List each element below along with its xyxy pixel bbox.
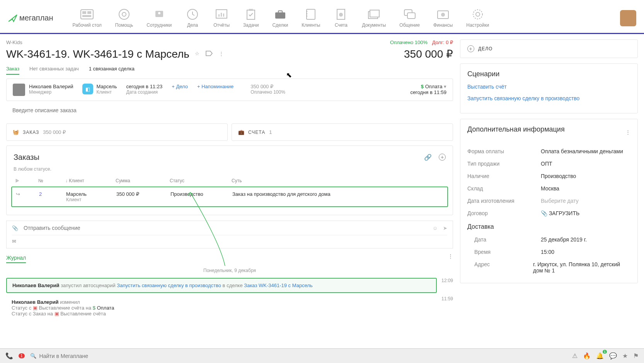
nav-reports[interactable]: Отчёты <box>213 9 230 28</box>
nav-items: Рабочий стол Помощь Сотрудники Дела Отчё… <box>73 9 620 28</box>
more-icon[interactable]: ⋮ <box>219 51 224 57</box>
info-row: Форма оплатыОплата безналичными деньгами <box>467 145 630 158</box>
tab-order[interactable]: Заказ <box>6 66 19 75</box>
journal-link-deal[interactable]: Заказ WK-3461-19 с Марсель <box>244 283 313 288</box>
side-scenarios: Сценарии Выставить счёт Запустить связан… <box>460 63 638 113</box>
svg-rect-16 <box>278 11 282 13</box>
mouse-cursor: ⬉ <box>286 71 292 79</box>
logo-text: мегаплан <box>19 14 53 22</box>
svg-rect-10 <box>218 14 220 17</box>
message-input[interactable] <box>24 225 427 231</box>
col-num[interactable]: № <box>38 178 43 183</box>
link-icon[interactable]: 🔗 <box>424 154 432 161</box>
nav-employees[interactable]: Сотрудники <box>147 9 172 28</box>
nav-desktop[interactable]: Рабочий стол <box>73 9 102 28</box>
nav-trades[interactable]: Сделки <box>272 9 288 28</box>
svg-rect-15 <box>275 12 285 19</box>
svg-rect-17 <box>307 9 315 19</box>
col-desc[interactable]: Суть <box>230 178 446 183</box>
svg-rect-24 <box>370 10 379 17</box>
journal-more-icon[interactable]: ⋮ <box>448 253 453 259</box>
info-more-icon[interactable]: ⋮ <box>625 129 630 135</box>
svg-rect-11 <box>221 13 222 17</box>
mail-icon[interactable]: ✉ <box>12 238 447 244</box>
delivery-heading: Доставка <box>467 223 630 230</box>
col-client[interactable]: Клиент <box>69 178 84 183</box>
orders-table-head: ⫸ № ↓ Клиент Сумма Статус Суть <box>14 176 446 186</box>
status-selector[interactable]: $ Оплата ▾ сегодня в 11:59 <box>410 84 446 95</box>
scenario-link-1[interactable]: Выставить счёт <box>467 84 630 90</box>
tab-no-tasks[interactable]: Нет связанных задач <box>29 66 79 75</box>
row-expand-icon[interactable]: ↪ <box>14 191 37 202</box>
info-row: Время15:00 <box>467 246 630 258</box>
order-row[interactable]: ↪ 2 МарсельКлиент 350 000 ₽ Производство… <box>11 187 448 207</box>
filter-text[interactable]: В любом статусе. <box>14 166 446 172</box>
add-deal-link[interactable]: + Дело <box>172 84 188 89</box>
nav-finance[interactable]: Финансы <box>433 9 453 28</box>
nav-docs[interactable]: Документы <box>362 9 386 28</box>
info-title: Дополнительная информация <box>467 125 565 134</box>
journal-date: Понедельник, 9 декабря <box>6 268 453 273</box>
created-block: сегодня в 11:23 Дата создания <box>126 84 163 95</box>
debt-badge: Долг: 0 ₽ <box>432 39 453 45</box>
info-row: Дата изготовленияВыберите дату <box>467 195 630 207</box>
info-row: НаличиеПроизводство <box>467 170 630 182</box>
journal-tab[interactable]: Журнал <box>6 255 26 263</box>
nav-help[interactable]: Помощь <box>115 9 133 28</box>
info-row: Договор📎 ЗАГРУЗИТЬ <box>467 207 630 219</box>
star-icon[interactable]: ☆ <box>195 51 199 57</box>
tile-bills[interactable]: 💼 СЧЕТА 1 <box>232 123 453 141</box>
page-tabs: Заказ Нет связанных задач 1 связанная сд… <box>6 66 453 75</box>
journal-entry: Николаев Валерий запустил автосценарий З… <box>6 278 437 293</box>
description-input[interactable] <box>6 101 453 120</box>
svg-rect-14 <box>249 9 253 11</box>
svg-rect-0 <box>81 10 93 19</box>
page-title: WK-3461-19. WK-3461-19 с Марсель <box>6 48 189 60</box>
svg-rect-18 <box>306 11 307 12</box>
svg-point-30 <box>473 10 482 19</box>
info-row: Тип продажиОПТ <box>467 158 630 170</box>
nav-tasks[interactable]: Задачи <box>243 9 259 28</box>
add-order-icon[interactable]: + <box>439 154 446 161</box>
nav-settings[interactable]: Настройки <box>466 9 489 28</box>
tile-order[interactable]: 🧺 ЗАКАЗ 350 000 ₽ <box>6 123 228 141</box>
scenario-link-2[interactable]: Запустить связанную сделку в производств… <box>467 95 630 101</box>
logo[interactable]: мегаплан <box>8 13 53 23</box>
journal-time-2: 11:59 <box>441 296 453 301</box>
upload-button[interactable]: 📎 ЗАГРУЗИТЬ <box>541 210 579 216</box>
scenarios-title: Сценарии <box>467 70 630 78</box>
client-block[interactable]: ◧ МарсельКлиент <box>82 84 117 95</box>
info-row: Адресг. Иркутск, ул. Полянка 10, детский… <box>467 258 630 277</box>
nav-bills[interactable]: Счета <box>334 9 348 28</box>
top-nav: мегаплан Рабочий стол Помощь Сотрудники … <box>0 0 644 34</box>
nav-clients[interactable]: Клиенты <box>302 9 320 28</box>
tab-deals[interactable]: 1 связанная сделка <box>89 66 135 75</box>
svg-rect-3 <box>82 15 91 17</box>
journal-link-scenario[interactable]: Запустить связанную сделку в производств… <box>117 283 221 288</box>
nav-chat[interactable]: Общение <box>399 9 420 28</box>
tag-icon[interactable] <box>206 51 213 57</box>
svg-rect-2 <box>87 11 91 14</box>
nav-deals[interactable]: Дела <box>185 9 200 28</box>
svg-rect-12 <box>223 14 224 17</box>
orders-section: Заказы 🔗 + В любом статусе. ⫸ № ↓ Клиент… <box>6 146 453 215</box>
client-icon: ◧ <box>82 84 93 94</box>
manager-block[interactable]: Николаев ВалерийМенеджер <box>13 84 73 96</box>
deal-amount: 350 000 ₽ <box>404 48 453 60</box>
send-icon[interactable]: ➤ <box>443 225 447 231</box>
basket-icon: 🧺 <box>13 129 19 135</box>
breadcrumb[interactable]: W-Kids <box>6 39 22 45</box>
attach-icon[interactable]: 📎 <box>12 225 18 231</box>
col-sum[interactable]: Сумма <box>114 178 168 183</box>
emoji-icon[interactable]: ☺ <box>433 225 438 231</box>
user-avatar[interactable] <box>620 10 636 26</box>
col-status[interactable]: Статус <box>168 178 230 183</box>
add-reminder-link[interactable]: + Напоминание <box>197 84 233 89</box>
col-toggle-icon[interactable]: ⫸ <box>14 178 37 183</box>
svg-rect-1 <box>82 11 86 14</box>
orders-title: Заказы <box>14 153 39 162</box>
message-box: 📎 ☺ ➤ ✉ <box>6 221 453 248</box>
paid-badge: Оплачено 100% <box>390 39 428 45</box>
side-deal-button[interactable]: +ДЕЛО <box>460 39 638 58</box>
deal-header-card: Николаев ВалерийМенеджер ◧ МарсельКлиент… <box>6 79 453 101</box>
